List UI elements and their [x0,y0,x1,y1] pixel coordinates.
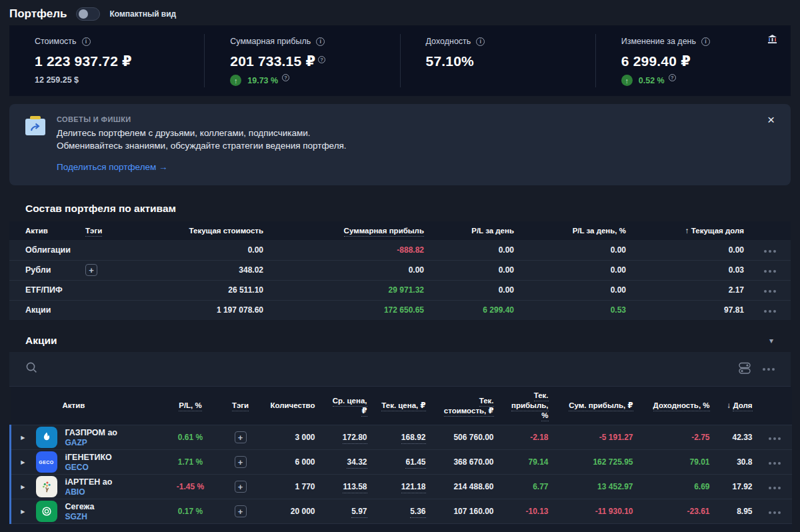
ticker[interactable]: ABIO [65,487,113,497]
day-change-pct: 0.52 % [639,76,665,85]
ticker[interactable]: SGZH [65,512,95,522]
share-portfolio-link[interactable]: Поделиться портфелем → [57,162,168,172]
sort-down-icon: ↓ [727,401,731,409]
profit-delta-pct: 19.73 % [247,76,278,85]
sort-up-icon: ↑ [685,227,689,235]
asset-row-rubles[interactable]: Рубли 348.02 0.00 0.00 0.00 0.03 [9,260,791,280]
stocks-header-row: Актив P/L, % Тэги Количество Ср. цена, ₽… [11,387,792,425]
col-asset[interactable]: Актив [31,387,164,425]
add-tag-button[interactable] [235,481,247,493]
ticker[interactable]: GAZP [65,438,118,448]
total-yield: 54.45 [639,524,715,532]
add-tag-button[interactable] [235,431,247,443]
row-menu-icon[interactable] [769,437,781,440]
summary-strip: Стоимость 1 223 937.72 ₽ 12 259.25 $ Сум… [9,25,791,96]
question-icon[interactable] [669,74,676,81]
bank-icon[interactable] [767,34,777,47]
col-tags[interactable]: Тэги [80,221,157,240]
col-avg-price[interactable]: Ср. цена, ₽ [321,387,373,425]
total-profit-value: 201 733.15 ₽ [230,53,393,69]
asset-row-etf[interactable]: ETF/ПИФ 26 511.10 29 971.32 0.00 0.00 2.… [9,280,791,300]
summary-card-profit: Суммарная прибыль 201 733.15 ₽ ↑ 19.73 % [204,34,399,87]
total-cur-value: 1 197 078.60 [431,524,499,532]
asset-row-stocks[interactable]: Акции 1 197 078.60 172 650.65 6 299.40 0… [9,300,791,320]
assets-section-title: Состав портфеля по активам [25,203,791,215]
page-header: Портфель Компактный вид [0,0,800,25]
question-icon[interactable] [318,56,325,63]
col-share[interactable]: ↓ Доля [715,387,758,425]
stock-row-geco[interactable]: ▶ GECO iГЕНЕТИКОGECO 1.71 % 6 000 34.32 … [11,450,792,475]
question-icon[interactable] [282,74,289,81]
asset-row-bonds[interactable]: Облигации 0.00 -888.82 0.00 0.00 0.00 [9,240,791,260]
column-settings-icon[interactable] [737,361,752,378]
summary-card-day-change: Изменение за день 6 299.40 ₽ ↑ 0.52 % [595,34,791,87]
col-total-profit[interactable]: Сум. прибыль, ₽ [554,387,639,425]
stocks-table: Актив P/L, % Тэги Количество Ср. цена, ₽… [9,387,792,532]
expand-row-icon[interactable]: ▶ [11,450,31,475]
add-tag-button[interactable] [85,264,97,276]
col-share[interactable]: ↑ Текущая доля [631,221,749,240]
compact-view-toggle[interactable] [76,7,100,21]
row-menu-icon[interactable] [764,270,776,273]
col-current-value[interactable]: Текущая стоимость [157,221,269,240]
info-icon[interactable] [82,37,91,46]
total-day-pct: 14.75 [499,524,554,532]
info-icon[interactable] [316,37,325,46]
stock-row-gazp[interactable]: ▶ ГАЗПРОМ аоGAZP 0.61 % 3 000 172.80 168… [11,425,792,450]
summary-card-value: Стоимость 1 223 937.72 ₽ 12 259.25 $ [9,34,204,87]
asset-name: ETF/ПИФ [9,280,80,300]
row-menu-icon[interactable] [764,310,776,313]
col-pl-day[interactable]: P/L за день [429,221,519,240]
stocks-totals-row: 1 197 078.60 14.75 172 650.65 54.45 100 [11,524,792,532]
col-yield[interactable]: Доходность, % [639,387,715,425]
compact-view-label: Компактный вид [109,9,176,19]
info-icon[interactable] [476,37,485,46]
col-pl-pct[interactable]: P/L, % [164,387,217,425]
banner-line-1: Делитесь портфелем с друзьями, коллегами… [57,127,347,139]
asset-name: Рубли [9,260,80,280]
add-tag-button[interactable] [235,505,247,517]
geco-logo: GECO [36,451,57,473]
col-day-profit-pct[interactable]: Тек.прибыль, % [499,387,554,425]
stock-row-abio[interactable]: ▶ iАРТГЕН аоABIO -1.45 % 1 770 113.58 12… [11,475,792,499]
row-menu-icon[interactable] [764,250,776,253]
col-total-profit[interactable]: Суммарная прибыль [269,221,429,240]
card-label: Изменение за день [621,37,696,46]
col-pl-day-pct[interactable]: P/L за день, % [519,221,631,240]
stocks-toolbar [9,352,791,387]
day-change-value: 6 299.40 ₽ [621,53,784,69]
toggle-knob-icon [79,9,88,19]
portfolio-value: 1 223 937.72 ₽ [35,53,197,69]
info-icon[interactable] [701,37,710,46]
expand-row-icon[interactable]: ▶ [11,499,31,524]
abio-logo [36,476,57,497]
stock-row-sgzh[interactable]: ▶ СегежаSGZH 0.17 % 20 000 5.97 5.36 107… [11,499,792,524]
add-tag-button[interactable] [235,456,247,468]
total-profit: 172 650.65 [554,524,639,532]
card-label: Стоимость [35,37,77,46]
col-cur-price[interactable]: Тек. цена, ₽ [373,387,431,425]
collapse-section-icon[interactable]: ▾ [769,336,773,345]
portfolio-value-usd: 12 259.25 $ [35,75,197,85]
close-icon[interactable]: × [767,113,775,126]
row-menu-icon[interactable] [769,487,781,489]
ticker[interactable]: GECO [65,463,112,473]
col-qty[interactable]: Количество [264,387,321,425]
row-menu-icon[interactable] [769,462,781,465]
assets-header-row: Актив Тэги Текущая стоимость Суммарная п… [9,221,791,240]
col-asset[interactable]: Актив [9,221,80,240]
row-menu-icon[interactable] [769,511,781,514]
card-label: Доходность [426,37,471,46]
asset-name: Облигации [9,240,80,260]
page-title: Портфель [9,7,67,21]
col-cur-value[interactable]: Тек.стоимость, ₽ [431,387,499,425]
up-arrow-icon: ↑ [621,75,633,86]
stocks-section-title: Акции [25,335,57,347]
summary-card-yield: Доходность 57.10% [400,34,595,87]
expand-row-icon[interactable]: ▶ [11,475,31,499]
col-tags[interactable]: Тэги [217,387,264,425]
search-icon[interactable] [25,361,38,377]
row-menu-icon[interactable] [764,290,776,293]
more-menu-icon[interactable] [763,368,775,371]
expand-row-icon[interactable]: ▶ [11,425,31,450]
